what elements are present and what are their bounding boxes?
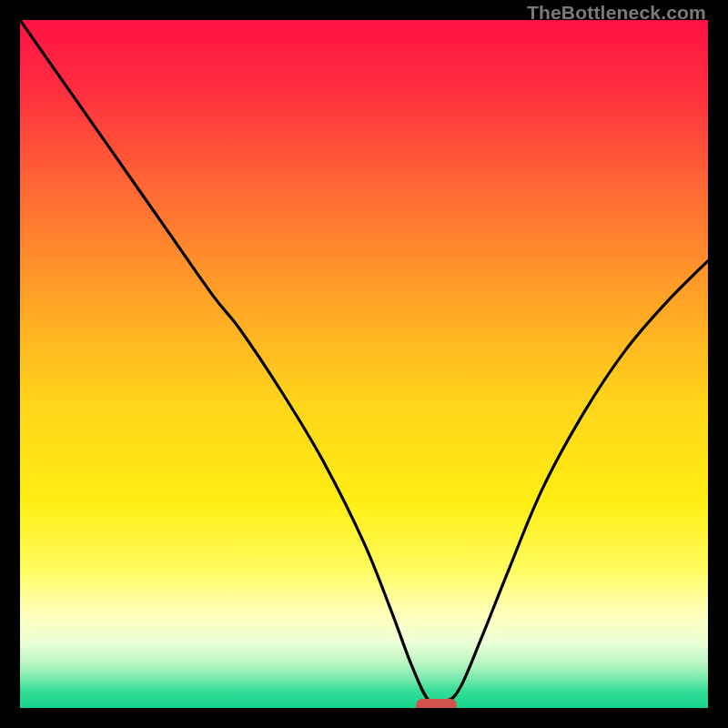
chart-frame: TheBottleneck.com (0, 0, 728, 728)
optimal-marker (416, 699, 457, 708)
plot-area (20, 20, 708, 708)
watermark-label: TheBottleneck.com (527, 2, 706, 24)
bottleneck-curve (20, 20, 708, 708)
